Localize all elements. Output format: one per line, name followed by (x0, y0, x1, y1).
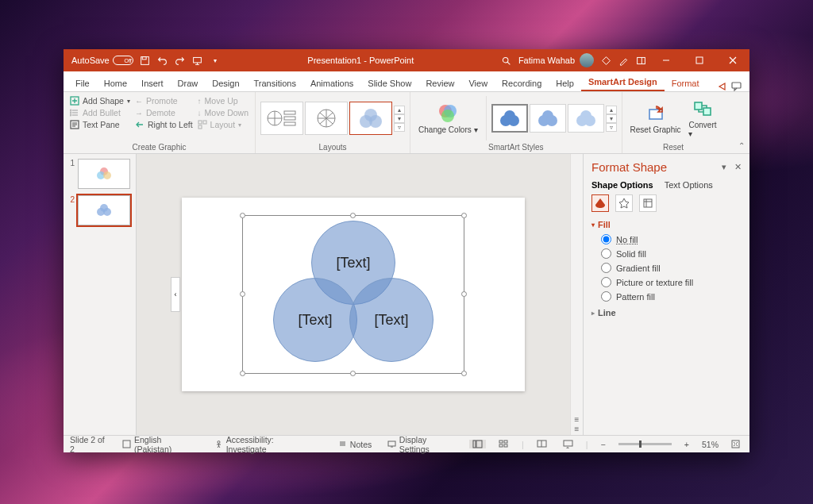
svg-rect-56 (732, 441, 739, 448)
tab-insert[interactable]: Insert (134, 75, 171, 91)
pen-icon[interactable] (618, 55, 629, 66)
tab-review[interactable]: Review (418, 75, 461, 91)
change-colors-button[interactable]: Change Colors ▾ (415, 102, 481, 136)
group-label: Create Graphic (68, 141, 250, 153)
layout-option-1[interactable] (260, 102, 303, 135)
shape-options-tab[interactable]: Shape Options (591, 180, 653, 190)
layout-option-2[interactable] (305, 102, 348, 135)
tab-transitions[interactable]: Transitions (247, 75, 303, 91)
tab-design[interactable]: Design (205, 75, 246, 91)
pane-close-icon[interactable]: ✕ (734, 162, 742, 172)
effects-icon[interactable] (615, 194, 633, 212)
tab-animations[interactable]: Animations (303, 75, 360, 91)
venn-circle-left[interactable]: [Text] (273, 278, 357, 362)
display-settings-button[interactable]: Display Settings (384, 435, 460, 454)
text-options-tab[interactable]: Text Options (665, 180, 713, 190)
fill-option-solid[interactable]: Solid fill (601, 248, 742, 259)
tab-draw[interactable]: Draw (171, 75, 206, 91)
qat-dropdown-icon[interactable]: ▾ (210, 55, 221, 66)
present-icon[interactable] (192, 55, 203, 66)
text-pane-button[interactable]: Text Pane (68, 119, 132, 130)
fill-option-pattern[interactable]: Pattern fill (601, 291, 742, 302)
autosave-toggle[interactable]: AutoSave Off (71, 56, 133, 65)
right-to-left-button[interactable]: Right to Left (133, 119, 195, 130)
ribbon-tabs: File Home Insert Draw Design Transitions… (64, 71, 749, 92)
tab-view[interactable]: View (461, 75, 495, 91)
add-shape-button[interactable]: Add Shape ▾ (68, 95, 132, 106)
tab-smartart-design[interactable]: SmartArt Design (581, 74, 665, 91)
slide-thumb-1[interactable] (78, 159, 130, 189)
layout-option-3[interactable] (349, 102, 392, 135)
styles-scroll-up[interactable]: ▴ (606, 106, 617, 114)
redo-icon[interactable] (175, 55, 186, 66)
diamond-icon[interactable] (600, 55, 611, 66)
tab-recording[interactable]: Recording (495, 75, 549, 91)
svg-rect-35 (649, 110, 662, 119)
style-option-1[interactable] (491, 104, 528, 133)
close-button[interactable] (719, 49, 746, 71)
slide-counter[interactable]: Slide 2 of 2 (70, 435, 110, 454)
svg-point-46 (218, 441, 220, 444)
prev-slide-icon[interactable]: ≡ (575, 415, 580, 424)
zoom-in-button[interactable]: + (681, 440, 692, 449)
layouts-scroll-up[interactable]: ▴ (394, 106, 405, 114)
fill-option-picture[interactable]: Picture or texture fill (601, 277, 742, 287)
zoom-level[interactable]: 51% (702, 440, 719, 449)
smartart-selection[interactable]: [Text] [Text] [Text] (242, 215, 464, 374)
view-sorter-icon[interactable] (495, 440, 512, 448)
collapse-ribbon-icon[interactable]: ⌃ (738, 141, 745, 150)
zoom-slider[interactable] (618, 443, 672, 445)
slide-thumb-2[interactable] (78, 195, 130, 225)
size-props-icon[interactable] (639, 194, 657, 212)
fill-section-toggle[interactable]: ▾Fill (591, 220, 742, 229)
styles-scroll-down[interactable]: ▾ (606, 114, 617, 123)
fill-option-no-fill[interactable]: No fill (601, 234, 742, 244)
comments-icon[interactable] (730, 80, 742, 91)
maximize-button[interactable] (686, 49, 713, 71)
fill-option-gradient[interactable]: Gradient fill (601, 263, 742, 273)
view-slideshow-icon[interactable] (560, 440, 576, 448)
tab-file[interactable]: File (68, 75, 97, 91)
svg-point-25 (441, 110, 454, 122)
reset-graphic-button[interactable]: Reset Graphic (627, 102, 684, 136)
tab-format[interactable]: Format (665, 75, 707, 91)
slide-canvas-area[interactable]: ‹ [Text] [Text] [Text] (137, 154, 570, 435)
save-icon[interactable] (140, 55, 151, 66)
user-name: Fatima Wahab (518, 56, 575, 65)
group-create-graphic: Add Shape ▾ Add Bullet Text Pane ←Promot… (64, 92, 256, 153)
notes-button[interactable]: Notes (335, 440, 375, 449)
tab-home[interactable]: Home (97, 75, 134, 91)
language-button[interactable]: English (Pakistan) (119, 435, 202, 454)
styles-expand[interactable]: ▿ (606, 123, 617, 132)
ribbon-mode-icon[interactable] (635, 55, 646, 66)
view-normal-icon[interactable] (469, 440, 486, 448)
zoom-out-button[interactable]: − (597, 440, 608, 449)
svg-rect-48 (473, 441, 476, 448)
move-up-button: ↑Move Up (196, 95, 250, 106)
convert-button[interactable]: Convert▾ (685, 97, 719, 140)
undo-icon[interactable] (157, 55, 168, 66)
tab-help[interactable]: Help (549, 75, 581, 91)
tab-slide-show[interactable]: Slide Show (360, 75, 418, 91)
demote-button: →Demote (133, 107, 195, 118)
user-account[interactable]: Fatima Wahab (518, 53, 594, 67)
pane-options-icon[interactable]: ▾ (722, 162, 726, 172)
fill-line-icon[interactable] (591, 194, 609, 212)
minimize-button[interactable] (653, 49, 680, 71)
line-section-toggle[interactable]: ▸Line (591, 308, 742, 317)
text-pane-toggle[interactable]: ‹ (171, 277, 180, 312)
slide-canvas[interactable]: ‹ [Text] [Text] [Text] (182, 198, 525, 391)
venn-circle-right[interactable]: [Text] (349, 278, 433, 362)
style-option-3[interactable] (568, 104, 604, 133)
search-icon[interactable] (501, 55, 512, 66)
layouts-expand[interactable]: ▿ (394, 123, 405, 132)
share-icon[interactable] (716, 80, 727, 91)
view-reading-icon[interactable] (534, 440, 550, 448)
next-slide-icon[interactable]: ≡ (575, 425, 580, 433)
style-option-2[interactable] (530, 104, 566, 133)
fit-to-window-icon[interactable] (728, 440, 743, 448)
accessibility-button[interactable]: Accessibility: Investigate (211, 435, 316, 454)
svg-rect-17 (284, 117, 295, 120)
vertical-scrollbar[interactable]: ≡ ≡ (570, 154, 583, 435)
layouts-scroll-down[interactable]: ▾ (394, 114, 405, 123)
